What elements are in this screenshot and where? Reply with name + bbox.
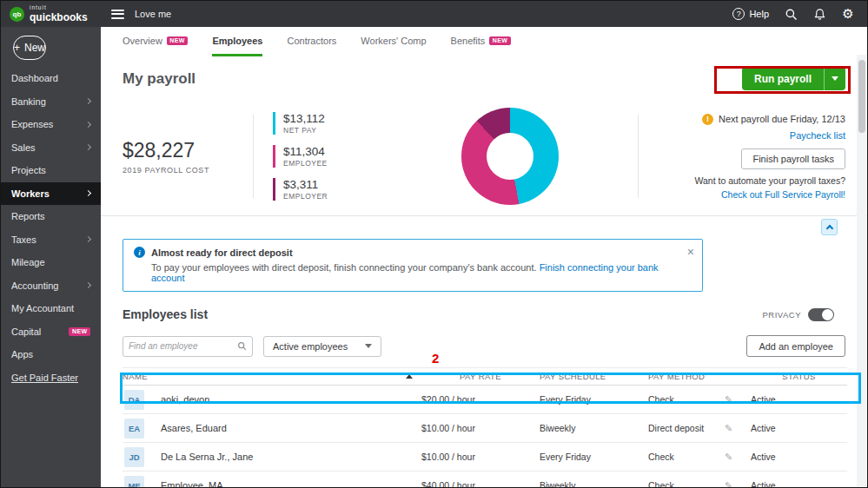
payroll-donut-chart xyxy=(461,108,559,205)
pay-schedule: Biweekly xyxy=(540,423,648,433)
sidebar-item-expenses[interactable]: Expenses xyxy=(1,113,101,136)
status-badge: Active xyxy=(751,423,847,433)
column-header-name[interactable]: NAME xyxy=(123,372,421,381)
edit-icon[interactable]: ✎ xyxy=(725,480,732,488)
pay-method: Check xyxy=(648,452,725,462)
status-badge: Active xyxy=(751,394,847,405)
edit-icon[interactable]: ✎ xyxy=(725,452,732,463)
sidebar-item-taxes[interactable]: Taxes xyxy=(1,228,101,252)
table-header: NAME PAY RATE PAY SCHEDULE PAY METHOD ST… xyxy=(123,367,847,386)
privacy-toggle[interactable] xyxy=(808,308,834,321)
pay-schedule: Every Friday xyxy=(540,452,648,462)
employee-search xyxy=(123,336,253,357)
pay-rate: $10.00 / hour xyxy=(421,452,540,462)
employee-row-aoki-devon[interactable]: DA aoki, devon $20.00 / hour Every Frida… xyxy=(123,386,847,414)
chevron-right-icon xyxy=(85,122,91,128)
new-button[interactable]: + New xyxy=(13,36,46,60)
sidebar-item-apps[interactable]: Apps xyxy=(1,343,101,366)
payroll-summary: $28,227 2019 PAYROLL COST $13,112 NET PA… xyxy=(101,97,867,215)
status-badge: Active xyxy=(751,480,847,487)
employee-row-de-la-serna[interactable]: JD De La Serna Jr., Jane $10.00 / hour E… xyxy=(123,443,847,472)
banner-text: To pay your employees with direct deposi… xyxy=(151,262,537,273)
main-content: OverviewNEW Employees Contractors Worker… xyxy=(101,27,867,487)
automate-question: Want to automate your payroll taxes? xyxy=(639,175,845,186)
pay-rate: $40.00 / hour xyxy=(421,480,540,487)
page-title: My payroll xyxy=(123,70,195,88)
finish-payroll-tasks-button[interactable]: Finish payroll tasks xyxy=(741,148,845,169)
scrollbar-thumb[interactable] xyxy=(858,60,865,133)
direct-deposit-banner: i Almost ready for direct deposit To pay… xyxy=(123,239,703,292)
notifications-bell-icon[interactable] xyxy=(812,7,826,21)
pay-schedule: Biweekly xyxy=(540,480,648,487)
sidebar-item-capital[interactable]: CapitalNEW xyxy=(1,320,101,344)
close-icon[interactable]: × xyxy=(687,245,694,259)
avatar: JD xyxy=(124,447,144,467)
employees-table: NAME PAY RATE PAY SCHEDULE PAY METHOD ST… xyxy=(123,367,847,487)
add-employee-button[interactable]: Add an employee xyxy=(746,335,845,357)
next-payroll-due: Next payroll due Friday, 12/13 xyxy=(719,114,845,124)
hamburger-menu-icon[interactable] xyxy=(111,7,124,21)
topbar: qb intuit quickbooks Love me ? Help ⚙ xyxy=(1,1,867,27)
sidebar-item-accounting[interactable]: Accounting xyxy=(1,274,101,298)
collapse-button[interactable] xyxy=(821,219,838,235)
pay-method: Check xyxy=(648,394,725,405)
chevron-down-icon xyxy=(365,344,372,348)
edit-icon[interactable]: ✎ xyxy=(725,394,732,406)
employee-row-employee-ma[interactable]: ME Employee, MA $40.00 / hour Biweekly C… xyxy=(123,472,847,487)
sidebar-item-mileage[interactable]: Mileage xyxy=(1,251,101,274)
tab-employees[interactable]: Employees xyxy=(212,27,262,56)
sidebar-item-workers[interactable]: Workers xyxy=(1,182,101,206)
qb-logo-icon: qb xyxy=(10,7,24,22)
pay-rate: $20.00 / hour xyxy=(421,394,540,405)
avatar: DA xyxy=(124,390,144,410)
avatar: ME xyxy=(124,476,144,488)
pay-schedule: Every Friday xyxy=(540,394,648,405)
tab-benefits[interactable]: BenefitsNEW xyxy=(451,27,511,56)
edit-icon[interactable]: ✎ xyxy=(725,423,732,434)
chevron-right-icon xyxy=(85,144,91,150)
plus-icon: + xyxy=(14,42,20,54)
column-header-pay-rate[interactable]: PAY RATE xyxy=(421,372,540,381)
tab-overview[interactable]: OverviewNEW xyxy=(123,27,188,56)
stat-employee: $11,304 EMPLOYEE xyxy=(273,145,375,168)
brand-quickbooks: quickbooks xyxy=(30,12,88,23)
sidebar-item-banking[interactable]: Banking xyxy=(1,90,101,114)
sidebar-item-dashboard[interactable]: Dashboard xyxy=(1,67,101,90)
help-button[interactable]: ? Help xyxy=(732,8,769,20)
new-badge: NEW xyxy=(489,36,511,45)
paycheck-list-link[interactable]: Paycheck list xyxy=(639,130,845,141)
payroll-tabs: OverviewNEW Employees Contractors Worker… xyxy=(101,27,867,56)
chevron-down-icon xyxy=(832,76,838,81)
column-header-status[interactable]: STATUS xyxy=(751,372,847,381)
avatar: EA xyxy=(124,419,144,439)
tab-workers-comp[interactable]: Workers' Comp xyxy=(361,27,426,56)
chevron-up-icon xyxy=(825,225,832,232)
employee-status-filter[interactable]: Active employees xyxy=(263,336,381,357)
sidebar-item-get-paid-faster[interactable]: Get Paid Faster xyxy=(1,366,101,390)
settings-gear-icon[interactable]: ⚙ xyxy=(841,7,855,21)
run-payroll-button[interactable]: Run payroll xyxy=(742,67,845,90)
employee-name: aoki, devon xyxy=(161,394,421,405)
full-service-payroll-link[interactable]: Check out Full Service Payroll! xyxy=(639,189,845,200)
employees-list-heading: Employees list xyxy=(123,307,208,321)
new-badge: NEW xyxy=(69,327,90,336)
sidebar-item-projects[interactable]: Projects xyxy=(1,159,101,182)
run-payroll-dropdown[interactable] xyxy=(824,67,845,90)
sort-ascending-icon xyxy=(406,374,413,379)
pay-method: Check xyxy=(648,480,725,487)
sidebar-item-sales[interactable]: Sales xyxy=(1,136,101,160)
warning-icon: ! xyxy=(702,114,713,125)
employee-search-input[interactable] xyxy=(129,341,237,351)
chevron-right-icon xyxy=(85,282,91,288)
payroll-total: $28,227 2019 PAYROLL COST xyxy=(123,139,253,175)
status-badge: Active xyxy=(751,452,847,462)
search-icon[interactable] xyxy=(784,7,798,21)
sidebar-item-my-accountant[interactable]: My Accountant xyxy=(1,297,101,320)
tab-contractors[interactable]: Contractors xyxy=(287,27,336,56)
column-header-pay-method[interactable]: PAY METHOD xyxy=(648,372,725,381)
chevron-right-icon xyxy=(85,236,91,242)
column-header-pay-schedule[interactable]: PAY SCHEDULE xyxy=(540,372,648,381)
sidebar-item-reports[interactable]: Reports xyxy=(1,205,101,228)
employee-row-asares-eduard[interactable]: EA Asares, Eduard $10.00 / hour Biweekly… xyxy=(123,414,847,443)
vertical-scrollbar[interactable] xyxy=(857,55,866,486)
